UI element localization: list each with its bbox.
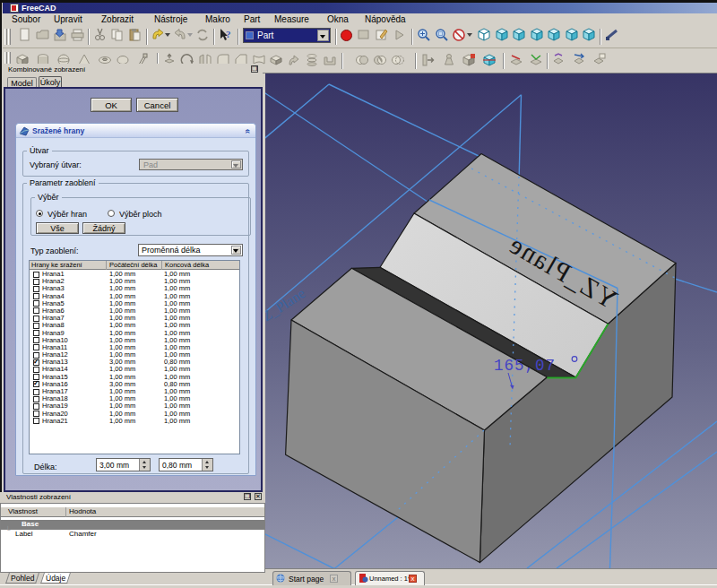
svg-text:?: ? [226, 29, 231, 39]
svg-text:165,07: 165,07 [494, 357, 556, 375]
